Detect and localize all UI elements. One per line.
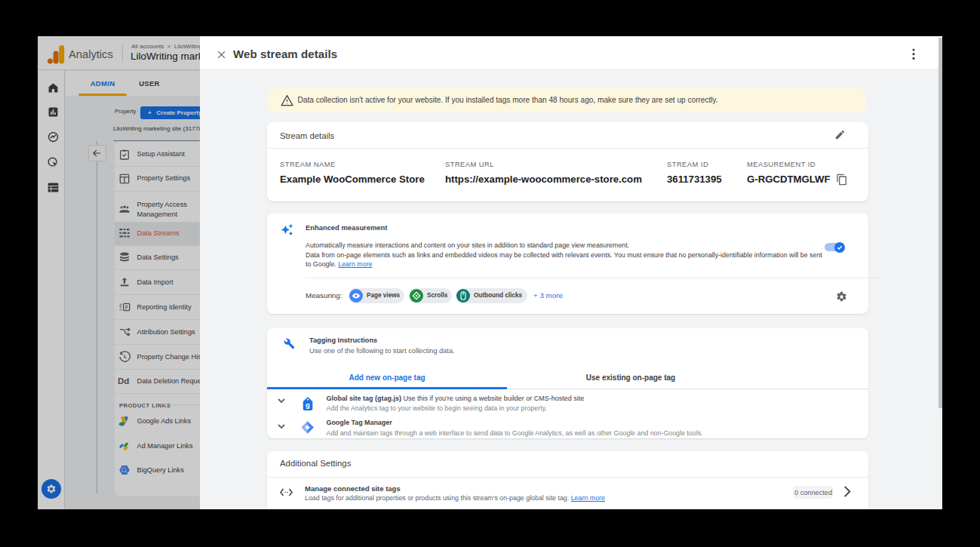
svg-text:g: g <box>306 401 310 409</box>
